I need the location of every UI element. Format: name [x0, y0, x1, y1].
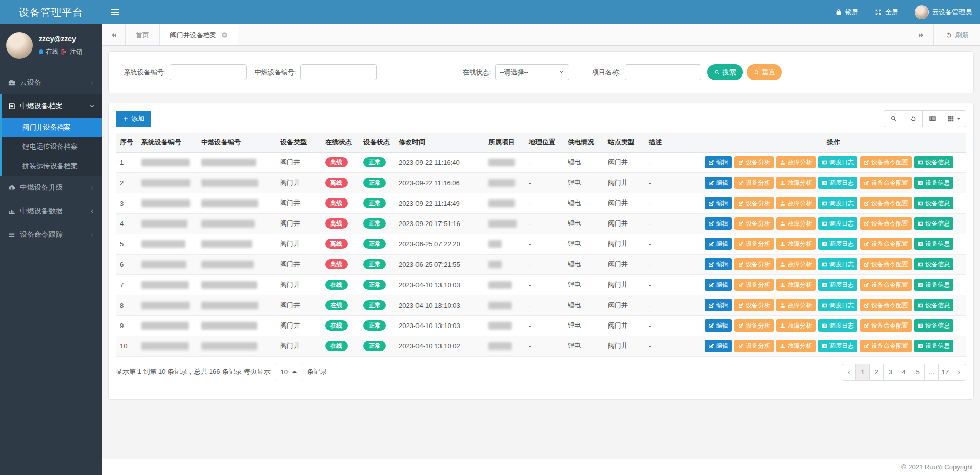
page-button-1[interactable]: 1 — [855, 364, 870, 381]
page-button-2[interactable]: 2 — [869, 364, 884, 381]
action-button-编辑[interactable]: 编辑 — [705, 279, 732, 291]
action-button-调度日志[interactable]: 调度日志 — [818, 279, 857, 291]
sidebar-item[interactable]: 云设备 — [2, 71, 102, 94]
system-device-no-input[interactable] — [170, 64, 247, 80]
action-button-设备分析[interactable]: 设备分析 — [734, 156, 774, 168]
tabs-scroll-right-button[interactable] — [910, 24, 933, 45]
action-button-设备分析[interactable]: 设备分析 — [734, 279, 774, 291]
sidebar-toggle-button[interactable] — [102, 0, 129, 24]
action-button-编辑[interactable]: 编辑 — [705, 217, 732, 230]
logout-link[interactable]: 注销 — [70, 47, 82, 56]
table-search-toggle-button[interactable] — [884, 110, 903, 127]
tab-valve-well-archive[interactable]: 阀门井设备档案 — [160, 24, 238, 45]
action-button-设备命令配置[interactable]: 设备命令配置 — [860, 340, 912, 352]
action-button-故障分析[interactable]: 故障分析 — [776, 217, 816, 230]
action-button-设备命令配置[interactable]: 设备命令配置 — [860, 238, 912, 250]
action-button-设备信息[interactable]: 设备信息 — [914, 238, 953, 250]
action-button-编辑[interactable]: 编辑 — [705, 238, 732, 250]
page-next-button[interactable]: › — [952, 364, 966, 381]
action-button-故障分析[interactable]: 故障分析 — [776, 156, 816, 168]
action-button-调度日志[interactable]: 调度日志 — [818, 197, 857, 209]
action-button-设备分析[interactable]: 设备分析 — [734, 177, 774, 189]
action-button-调度日志[interactable]: 调度日志 — [818, 177, 857, 189]
action-button-设备信息[interactable]: 设备信息 — [914, 217, 953, 230]
page-button-5[interactable]: 5 — [911, 364, 925, 381]
table-columns-button[interactable] — [942, 110, 966, 127]
sidebar-subitem[interactable]: 锂电远传设备档案 — [2, 137, 102, 157]
tabs-scroll-left-button[interactable] — [102, 24, 126, 45]
action-button-设备信息[interactable]: 设备信息 — [914, 197, 953, 209]
page-button-3[interactable]: 3 — [883, 364, 897, 381]
action-button-设备命令配置[interactable]: 设备命令配置 — [860, 258, 912, 270]
action-button-编辑[interactable]: 编辑 — [705, 177, 732, 189]
search-button[interactable]: 搜索 — [707, 64, 743, 80]
action-button-编辑[interactable]: 编辑 — [705, 299, 732, 311]
action-button-调度日志[interactable]: 调度日志 — [818, 156, 857, 168]
action-button-设备分析[interactable]: 设备分析 — [734, 299, 774, 311]
action-button-故障分析[interactable]: 故障分析 — [776, 258, 816, 270]
table-view-toggle-button[interactable] — [922, 110, 942, 127]
action-button-故障分析[interactable]: 故障分析 — [776, 319, 816, 332]
tab-close-icon[interactable] — [221, 32, 228, 38]
action-button-编辑[interactable]: 编辑 — [705, 156, 732, 168]
action-button-故障分析[interactable]: 故障分析 — [776, 340, 816, 352]
tab-home[interactable]: 首页 — [126, 24, 160, 45]
action-button-编辑[interactable]: 编辑 — [705, 197, 732, 209]
refresh-tab-button[interactable]: 刷新 — [933, 24, 980, 45]
action-button-故障分析[interactable]: 故障分析 — [776, 238, 816, 250]
page-size-select[interactable]: 10 — [275, 364, 303, 380]
action-button-调度日志[interactable]: 调度日志 — [818, 217, 857, 230]
sidebar-item[interactable]: 设备命令跟踪 — [2, 223, 102, 246]
action-button-设备分析[interactable]: 设备分析 — [734, 340, 774, 352]
action-button-设备信息[interactable]: 设备信息 — [914, 258, 953, 270]
sidebar-item[interactable]: 中燃设备升级 — [2, 176, 102, 199]
action-button-设备信息[interactable]: 设备信息 — [914, 319, 953, 332]
action-button-设备分析[interactable]: 设备分析 — [734, 238, 774, 250]
online-status-select[interactable]: --请选择-- — [495, 64, 569, 80]
action-button-故障分析[interactable]: 故障分析 — [776, 197, 816, 209]
action-button-设备命令配置[interactable]: 设备命令配置 — [860, 279, 912, 291]
action-button-设备信息[interactable]: 设备信息 — [914, 156, 953, 168]
action-button-设备分析[interactable]: 设备分析 — [734, 197, 774, 209]
action-button-设备命令配置[interactable]: 设备命令配置 — [860, 299, 912, 311]
action-button-设备信息[interactable]: 设备信息 — [914, 340, 953, 352]
page-prev-button[interactable]: ‹ — [842, 364, 856, 381]
page-button-4[interactable]: 4 — [897, 364, 911, 381]
action-button-设备信息[interactable]: 设备信息 — [914, 279, 953, 291]
action-button-设备命令配置[interactable]: 设备命令配置 — [860, 217, 912, 230]
action-button-设备命令配置[interactable]: 设备命令配置 — [860, 319, 912, 332]
action-button-设备信息[interactable]: 设备信息 — [914, 299, 953, 311]
action-button-设备分析[interactable]: 设备分析 — [734, 258, 774, 270]
action-button-编辑[interactable]: 编辑 — [705, 258, 732, 270]
action-button-设备命令配置[interactable]: 设备命令配置 — [860, 197, 912, 209]
fullscreen-button[interactable]: 全屏 — [867, 0, 906, 24]
action-button-设备命令配置[interactable]: 设备命令配置 — [860, 156, 912, 168]
action-button-设备分析[interactable]: 设备分析 — [734, 217, 774, 230]
action-button-故障分析[interactable]: 故障分析 — [776, 279, 816, 291]
action-button-设备信息[interactable]: 设备信息 — [914, 177, 953, 189]
sidebar-item[interactable]: 中燃设备档案 — [2, 94, 102, 118]
action-button-调度日志[interactable]: 调度日志 — [818, 299, 857, 311]
gas-device-no-input[interactable] — [300, 64, 377, 80]
add-button[interactable]: 添加 — [116, 111, 151, 127]
sidebar-item[interactable]: 中燃设备数据 — [2, 199, 102, 223]
action-button-编辑[interactable]: 编辑 — [705, 319, 732, 332]
action-button-设备分析[interactable]: 设备分析 — [734, 319, 774, 332]
action-button-调度日志[interactable]: 调度日志 — [818, 319, 857, 332]
action-button-故障分析[interactable]: 故障分析 — [776, 299, 816, 311]
page-button-17[interactable]: 17 — [938, 364, 952, 381]
project-name-input[interactable] — [625, 64, 701, 80]
reset-button[interactable]: 重置 — [747, 64, 782, 80]
lock-screen-button[interactable]: 锁屏 — [827, 0, 867, 24]
sidebar-subitem[interactable]: 拼装远传设备档案 — [2, 157, 102, 176]
action-button-调度日志[interactable]: 调度日志 — [818, 238, 857, 250]
action-button-编辑[interactable]: 编辑 — [705, 340, 732, 352]
action-button-调度日志[interactable]: 调度日志 — [818, 340, 857, 352]
action-button-设备命令配置[interactable]: 设备命令配置 — [860, 177, 912, 189]
user-menu[interactable]: 云设备管理员 — [906, 0, 980, 24]
action-button-故障分析[interactable]: 故障分析 — [776, 177, 816, 189]
table-refresh-button[interactable] — [903, 110, 923, 127]
page-ellipsis[interactable]: ... — [924, 364, 939, 381]
sidebar-subitem[interactable]: 阀门井设备档案 — [2, 118, 102, 137]
action-button-调度日志[interactable]: 调度日志 — [818, 258, 857, 270]
